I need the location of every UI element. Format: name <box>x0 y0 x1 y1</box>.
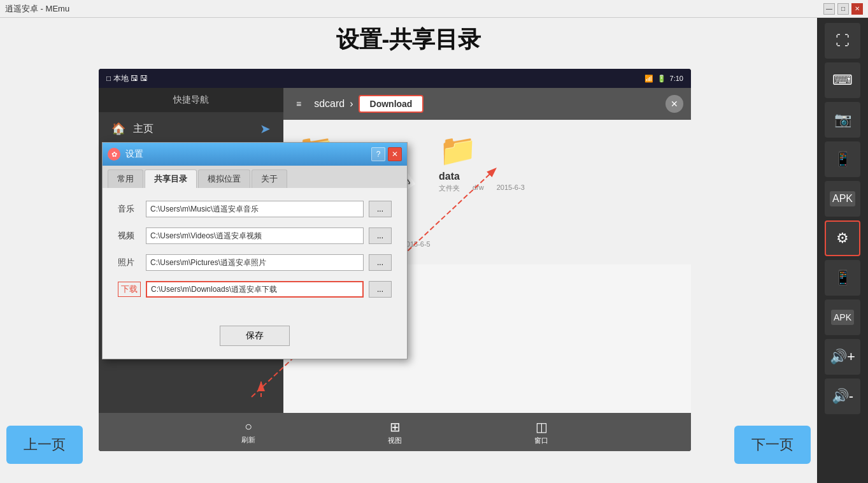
music-label: 音乐 <box>118 203 141 215</box>
tab-about[interactable]: 关于 <box>252 169 287 188</box>
apk-icon2-toolbar: APK <box>831 310 854 325</box>
view-icon: ⊞ <box>390 419 401 435</box>
dialog-help-button[interactable]: ? <box>371 147 385 161</box>
minimize-button[interactable]: — <box>823 3 835 15</box>
dialog-title: 设置 <box>125 148 143 160</box>
apk-icon-toolbar: APK <box>830 191 855 206</box>
maximize-button[interactable]: □ <box>837 3 849 15</box>
toolbar-volume-up-btn[interactable]: APK <box>825 299 860 335</box>
refresh-icon: ○ <box>245 419 252 434</box>
path-sdcard: sdcard <box>314 98 345 110</box>
photo-label: 照片 <box>118 257 141 268</box>
sidebar-header: 快捷导航 <box>99 88 283 112</box>
photo-row: 照片 ... <box>118 254 392 271</box>
toolbar-volume-down-btn[interactable]: 🔊+ <box>825 339 860 375</box>
sidebar-home-label: 主页 <box>133 122 153 136</box>
close-button[interactable]: ✕ <box>851 3 863 15</box>
nav-refresh-label: 刷新 <box>241 435 255 445</box>
nav-window[interactable]: ◫ 窗口 <box>534 419 548 445</box>
dialog-titlebar: ✿ 设置 ? ✕ <box>103 143 407 166</box>
path-arrow: › <box>350 98 353 110</box>
download-folder-button[interactable]: Download <box>359 95 424 113</box>
dialog-tabs: 常用 共享目录 模拟位置 关于 <box>103 166 407 188</box>
tab-shared-dir[interactable]: 共享目录 <box>145 169 197 188</box>
title-bar: 逍遥安卓 - MEmu — □ ✕ <box>0 0 868 18</box>
download-row: 下载 ... <box>118 281 392 298</box>
download-browse-btn[interactable]: ... <box>369 281 392 298</box>
battery-icon: 🔋 <box>657 75 666 83</box>
android-statusbar: □ 本地 🖫 🖫 📶 🔋 7:10 <box>99 69 691 88</box>
photo-browse-btn[interactable]: ... <box>369 254 392 271</box>
music-row: 音乐 ... <box>118 201 392 217</box>
video-input[interactable] <box>146 227 364 244</box>
music-browse-btn[interactable]: ... <box>369 201 392 217</box>
toolbar-apk-install-btn[interactable]: APK <box>825 181 860 217</box>
window-controls: — □ ✕ <box>823 3 863 15</box>
nav-window-label: 窗口 <box>534 436 548 445</box>
menu-button[interactable]: ≡ <box>291 96 306 112</box>
toolbar-expand-btn[interactable]: ⛶ <box>825 23 860 59</box>
page-title: 设置-共享目录 <box>0 18 817 55</box>
statusbar-time: 7:10 <box>670 75 683 82</box>
next-page-button[interactable]: 下一页 <box>734 426 811 464</box>
download-label: 下载 <box>118 282 141 297</box>
statusbar-icons: 📶 🔋 7:10 <box>644 75 683 83</box>
download-input[interactable] <box>146 281 364 298</box>
video-browse-btn[interactable]: ... <box>369 227 392 244</box>
file-data-type: 文件夹 <box>439 184 460 193</box>
settings-dialog: ✿ 设置 ? ✕ 常用 共享目录 模拟位置 关于 音乐 ... 视频 <box>102 142 408 359</box>
file-data-name: data <box>439 171 460 182</box>
tab-general[interactable]: 常用 <box>108 169 143 188</box>
home-arrow: ➤ <box>260 121 271 136</box>
file-toolbar: ≡ sdcard › Download ✕ <box>283 88 691 120</box>
file-data-date: 2015-6-3 <box>497 184 525 193</box>
breadcrumb: sdcard › Download <box>314 95 658 113</box>
save-button[interactable]: 保存 <box>220 326 290 346</box>
folder-data-icon: 📁 <box>439 133 477 168</box>
file-data-meta: 文件夹 drw 2015-6-3 <box>439 184 525 193</box>
music-input[interactable] <box>146 201 364 217</box>
file-data-perm: drw <box>473 184 484 193</box>
tab-sim-location[interactable]: 模拟位置 <box>198 169 250 188</box>
window-title: 逍遥安卓 - MEmu <box>5 3 69 15</box>
dialog-body: 音乐 ... 视频 ... 照片 ... 下载 ... <box>103 188 407 321</box>
prev-page-button[interactable]: 上一页 <box>6 426 83 464</box>
toolbar-keyboard-btn[interactable]: ⌨ <box>825 62 860 98</box>
nav-view-label: 视图 <box>388 436 402 445</box>
photo-input[interactable] <box>146 254 364 271</box>
statusbar-local: □ 本地 🖫 🖫 <box>106 73 148 84</box>
window-icon: ◫ <box>536 419 548 435</box>
dialog-close-button[interactable]: ✕ <box>388 147 402 161</box>
toolbar-vol-down-btn[interactable]: 🔊- <box>825 378 860 414</box>
home-icon: 🏠 <box>111 122 125 136</box>
nav-view[interactable]: ⊞ 视图 <box>388 419 402 445</box>
dialog-controls: ? ✕ <box>371 147 402 161</box>
toolbar-settings-btn[interactable]: ⚙ <box>825 220 860 256</box>
main-content: 设置-共享目录 □ 本地 🖫 🖫 📶 🔋 7:10 快捷导航 🏠 主页 ➤ <box>0 18 868 483</box>
toolbar-phone-btn[interactable]: 📱 <box>825 141 860 177</box>
nav-refresh[interactable]: ○ 刷新 <box>241 419 255 445</box>
dialog-footer: 保存 <box>103 321 407 359</box>
file-item-data[interactable]: 📁 data 文件夹 drw 2015-6-3 <box>439 133 566 193</box>
toolbar-screenshot-btn[interactable]: 📷 <box>825 102 860 138</box>
sidebar-item-home[interactable]: 🏠 主页 ➤ <box>99 112 283 145</box>
wifi-icon: 📶 <box>644 75 653 83</box>
video-label: 视频 <box>118 230 141 242</box>
right-toolbar: ⛶ ⌨ 📷 📱 APK ⚙ 📱 APK 🔊+ 🔊- <box>817 18 868 483</box>
video-row: 视频 ... <box>118 227 392 244</box>
android-bottomnav: ○ 刷新 ⊞ 视图 ◫ 窗口 <box>99 413 691 451</box>
toolbar-close-button[interactable]: ✕ <box>665 95 683 113</box>
toolbar-phone2-btn[interactable]: 📱 <box>825 260 860 296</box>
dialog-icon: ✿ <box>108 148 120 161</box>
